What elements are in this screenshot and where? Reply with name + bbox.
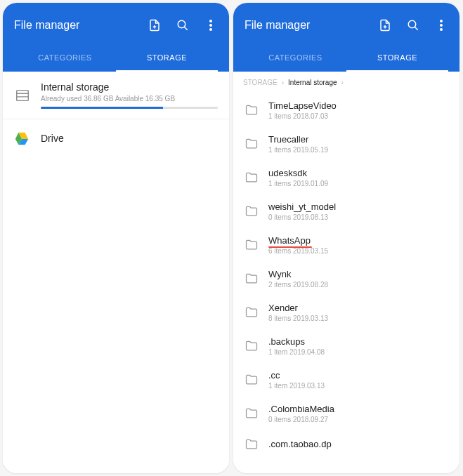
folder-name: .cc bbox=[268, 370, 448, 381]
folder-info: .backups1 item 2019.04.08 bbox=[268, 336, 448, 356]
folder-name: .ColombiaMedia bbox=[268, 404, 448, 414]
svg-point-2 bbox=[178, 20, 185, 28]
folder-icon bbox=[244, 103, 259, 117]
svg-point-5 bbox=[209, 24, 212, 27]
folder-row[interactable]: WhatsApp6 items 2019.03.15 bbox=[233, 228, 459, 262]
folder-row[interactable]: weishi_yt_model0 items 2019.08.13 bbox=[233, 194, 459, 228]
screen-storage-overview: File manager CATEGORIES STORAGE bbox=[3, 3, 229, 473]
svg-rect-7 bbox=[17, 90, 29, 100]
folder-info: .cc1 item 2019.03.13 bbox=[268, 370, 448, 390]
chevron-right-icon: › bbox=[282, 79, 284, 86]
tab-categories[interactable]: CATEGORIES bbox=[14, 45, 116, 72]
folder-meta: 1 items 2019.05.19 bbox=[268, 146, 448, 154]
folder-icon bbox=[244, 171, 259, 185]
new-file-icon[interactable] bbox=[148, 18, 162, 32]
folder-row[interactable]: .ColombiaMedia0 items 2018.09.27 bbox=[233, 397, 459, 430]
tab-categories[interactable]: CATEGORIES bbox=[244, 45, 346, 72]
folder-info: .ColombiaMedia0 items 2018.09.27 bbox=[268, 404, 448, 423]
folder-info: weishi_yt_model0 items 2019.08.13 bbox=[268, 201, 448, 221]
folder-name: Truecaller bbox=[268, 134, 448, 145]
app-header: File manager CATEGORIES STORAGE bbox=[3, 3, 229, 72]
folder-list: TimeLapseVideo1 items 2018.07.03Truecall… bbox=[233, 93, 459, 458]
storage-progress-fill bbox=[41, 107, 163, 109]
search-icon[interactable] bbox=[176, 18, 190, 32]
app-title: File manager bbox=[244, 19, 310, 32]
more-icon[interactable] bbox=[434, 18, 448, 32]
drive-icon bbox=[14, 131, 31, 147]
folder-icon bbox=[244, 305, 259, 319]
tab-bar: CATEGORIES STORAGE bbox=[14, 45, 218, 72]
folder-icon bbox=[244, 238, 259, 252]
folder-name: Xender bbox=[268, 303, 448, 313]
folder-info: TimeLapseVideo1 items 2018.07.03 bbox=[268, 100, 448, 120]
folder-name: weishi_yt_model bbox=[268, 201, 448, 212]
header-top: File manager bbox=[14, 18, 218, 45]
storage-icon bbox=[14, 87, 31, 104]
folder-meta: 1 items 2018.07.03 bbox=[268, 112, 448, 120]
folder-row[interactable]: .backups1 item 2019.04.08 bbox=[233, 329, 459, 363]
folder-icon bbox=[244, 339, 259, 353]
folder-icon bbox=[244, 406, 259, 421]
drive-name: Drive bbox=[41, 133, 64, 144]
folder-info: Truecaller1 items 2019.05.19 bbox=[268, 134, 448, 154]
breadcrumb: STORAGE › Internal storage › bbox=[233, 72, 459, 93]
folder-info: Xender8 items 2019.03.13 bbox=[268, 303, 448, 322]
folder-meta: 6 items 2019.03.15 bbox=[268, 247, 448, 255]
folder-icon bbox=[244, 373, 259, 387]
svg-point-6 bbox=[209, 28, 212, 31]
storage-info: Internal storage Already used 36.86 GB A… bbox=[41, 81, 218, 109]
app-title: File manager bbox=[14, 19, 79, 32]
folder-name: TimeLapseVideo bbox=[268, 100, 448, 111]
chevron-right-icon: › bbox=[341, 79, 344, 86]
folder-row[interactable]: udesksdk1 items 2019.01.09 bbox=[233, 161, 459, 194]
internal-storage-row[interactable]: Internal storage Already used 36.86 GB A… bbox=[3, 72, 229, 119]
folder-info: udesksdk1 items 2019.01.09 bbox=[268, 168, 448, 187]
svg-point-4 bbox=[209, 20, 212, 22]
svg-point-17 bbox=[440, 20, 443, 22]
drive-row[interactable]: Drive bbox=[3, 119, 229, 159]
header-actions bbox=[378, 18, 448, 32]
folder-row[interactable]: TimeLapseVideo1 items 2018.07.03 bbox=[233, 93, 459, 127]
folder-row[interactable]: Truecaller1 items 2019.05.19 bbox=[233, 127, 459, 161]
more-icon[interactable] bbox=[204, 18, 218, 32]
folder-info: WhatsApp6 items 2019.03.15 bbox=[268, 235, 448, 255]
breadcrumb-current[interactable]: Internal storage bbox=[288, 79, 337, 86]
folder-row[interactable]: .cc1 item 2019.03.13 bbox=[233, 363, 459, 397]
folder-name: WhatsApp bbox=[268, 235, 448, 246]
tab-storage[interactable]: STORAGE bbox=[116, 45, 218, 72]
folder-row[interactable]: Wynk2 items 2019.08.28 bbox=[233, 262, 459, 296]
folder-icon bbox=[244, 204, 259, 218]
folder-row[interactable]: .com.taobao.dp bbox=[233, 430, 459, 458]
breadcrumb-root[interactable]: STORAGE bbox=[243, 79, 278, 86]
folder-meta: 1 items 2019.01.09 bbox=[268, 180, 448, 187]
svg-point-19 bbox=[440, 28, 443, 31]
svg-point-18 bbox=[440, 24, 443, 27]
folder-icon bbox=[244, 272, 259, 286]
storage-name: Internal storage bbox=[41, 81, 218, 93]
header-actions bbox=[148, 18, 218, 32]
new-file-icon[interactable] bbox=[378, 18, 392, 32]
svg-line-3 bbox=[184, 27, 188, 30]
storage-meta: Already used 36.86 GB Available 16.35 GB bbox=[41, 95, 218, 103]
tab-storage[interactable]: STORAGE bbox=[346, 45, 448, 72]
folder-meta: 2 items 2019.08.28 bbox=[268, 281, 448, 289]
folder-name: .backups bbox=[268, 336, 448, 347]
app-header: File manager CATEGORIES STORAGE bbox=[233, 3, 459, 72]
folder-name: .com.taobao.dp bbox=[268, 439, 448, 449]
folder-icon bbox=[244, 437, 259, 451]
folder-icon bbox=[244, 137, 259, 151]
content-area: STORAGE › Internal storage › TimeLapseVi… bbox=[233, 72, 459, 473]
folder-meta: 1 item 2019.04.08 bbox=[268, 348, 448, 356]
folder-meta: 8 items 2019.03.13 bbox=[268, 315, 448, 322]
folder-meta: 1 item 2019.03.13 bbox=[268, 382, 448, 390]
search-icon[interactable] bbox=[406, 18, 420, 32]
content-area: Internal storage Already used 36.86 GB A… bbox=[3, 72, 229, 473]
storage-progress bbox=[41, 107, 218, 109]
folder-info: .com.taobao.dp bbox=[268, 439, 448, 451]
folder-meta: 0 items 2019.08.13 bbox=[268, 213, 448, 221]
folder-row[interactable]: Xender8 items 2019.03.13 bbox=[233, 296, 459, 329]
svg-line-16 bbox=[415, 27, 418, 30]
tab-bar: CATEGORIES STORAGE bbox=[244, 45, 448, 72]
highlight-underline bbox=[268, 246, 312, 248]
folder-meta: 0 items 2018.09.27 bbox=[268, 416, 448, 423]
